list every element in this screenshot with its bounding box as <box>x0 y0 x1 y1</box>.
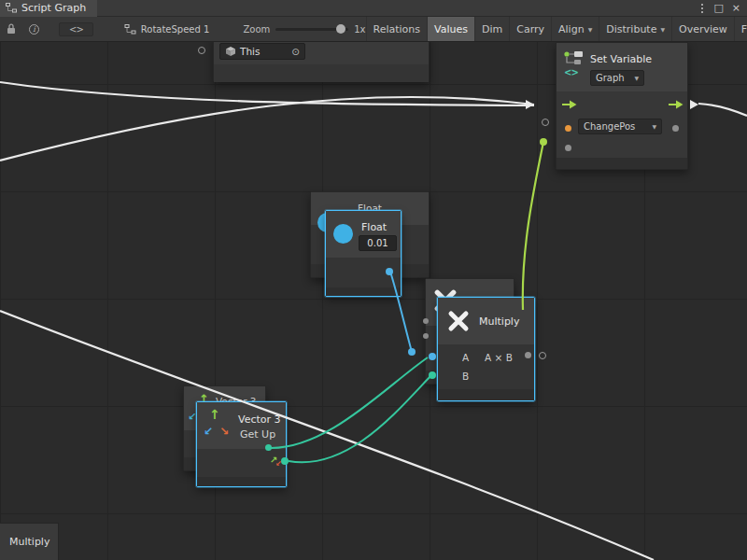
info-icon: i <box>29 24 39 35</box>
graph-name: RotateSpeed 1 <box>141 24 210 35</box>
this-field-value: This <box>240 46 260 57</box>
float-icon <box>333 224 353 244</box>
tab-script-graph[interactable]: Script Graph <box>0 0 97 17</box>
control-wire-arrowhead-out <box>690 100 698 109</box>
lock-button[interactable] <box>0 17 22 42</box>
object-picker-icon[interactable]: ⊙ <box>291 46 300 57</box>
zoom-label: Zoom <box>243 24 270 35</box>
graph-title-label: Multiply <box>9 536 49 548</box>
wire-vector3-to-multiply-b <box>289 376 430 462</box>
script-graph-icon <box>6 3 17 13</box>
zoom-value: 1x <box>354 24 365 35</box>
wire-control-2 <box>0 82 534 105</box>
variable-name-port[interactable] <box>565 125 571 132</box>
maximize-icon[interactable]: □ <box>713 2 723 14</box>
breadcrumb-graph[interactable]: RotateSpeed 1 <box>100 24 218 35</box>
wire-control-out <box>698 104 747 116</box>
variable-code-icon: <> <box>564 68 578 77</box>
close-icon[interactable]: × <box>732 2 740 14</box>
set-variable-title: Set Variable <box>590 53 652 65</box>
info-button[interactable]: i <box>22 17 46 42</box>
node-multiply[interactable]: Multiply A A × B B <box>437 297 535 401</box>
set-variable-footer <box>557 158 687 169</box>
multiply-port-a-label: A <box>462 352 469 363</box>
window-titlebar: Script Graph □ × <box>0 0 747 17</box>
cube-icon <box>225 46 236 57</box>
control-in-arrow-icon[interactable] <box>562 100 577 109</box>
node-float[interactable]: Float 0.01 <box>325 210 402 297</box>
vector3-subtitle: Get Up <box>240 428 275 441</box>
graph-canvas[interactable]: This ⊙ Float Float 0.01 <box>0 42 747 560</box>
blue-wire-endpoint[interactable] <box>408 348 416 356</box>
multiply-port-b-label: B <box>462 371 469 382</box>
vector3-x-axis-icon: ↙ <box>204 426 213 437</box>
overview-button[interactable]: Overview <box>671 17 734 42</box>
wire-control-diagonal <box>0 311 654 560</box>
set-variable-value-connection[interactable] <box>540 138 547 146</box>
vector3-ghost-axis-icon: ↙ <box>188 412 196 422</box>
variable-scope-dropdown[interactable]: Graph▼ <box>590 70 644 86</box>
multiply-icon <box>447 310 470 332</box>
lock-icon <box>7 23 16 35</box>
tab-title: Script Graph <box>21 2 86 14</box>
align-dropdown-button[interactable]: Align▼ <box>551 17 599 42</box>
float-value-input[interactable]: 0.01 <box>359 235 397 251</box>
multiply-output-label: A × B <box>485 352 513 363</box>
vector3-output-axes-icon-2: ↙ <box>275 460 282 468</box>
carry-button[interactable]: Carry <box>509 17 551 42</box>
wire-vector3-to-multiply-a <box>269 357 428 448</box>
graph-asset-icon <box>124 24 136 35</box>
vector3-title: Vector 3 <box>238 413 281 426</box>
zoom-slider[interactable] <box>275 28 348 31</box>
set-variable-left-port[interactable] <box>542 119 549 126</box>
control-wire-arrowhead-in <box>526 100 534 109</box>
window-menu-icon[interactable] <box>699 2 705 15</box>
unity-script-graph-window: Script Graph □ × i <> RotateSp <box>0 0 747 560</box>
zoom-slider-thumb[interactable] <box>336 24 345 34</box>
variable-value-port[interactable] <box>565 145 571 151</box>
this-node-input-port[interactable] <box>198 47 205 54</box>
node-this[interactable]: This ⊙ <box>213 42 430 82</box>
vector3-up-arrow-icon: ↑ <box>209 408 220 421</box>
dim-button[interactable]: Dim <box>474 17 509 42</box>
code-icon: <> <box>59 22 93 36</box>
multiply-output-ring[interactable] <box>539 352 546 359</box>
values-button[interactable]: Values <box>427 17 474 42</box>
toolbar-buttons: Relations Values Dim Carry Align▼ Distri… <box>366 17 747 42</box>
vector3-z-axis-icon: ↘ <box>219 426 229 437</box>
distribute-dropdown-button[interactable]: Distribute▼ <box>599 17 671 42</box>
variable-output-port[interactable] <box>672 125 679 132</box>
node-vector3-get-up[interactable]: ↑ ↙ ↘ Vector 3 Get Up ↗ ↙ <box>196 401 287 487</box>
chevron-down-icon: ▼ <box>588 26 593 33</box>
multiply-title: Multiply <box>479 315 519 328</box>
control-out-arrow-icon[interactable] <box>669 100 684 109</box>
fullscreen-button[interactable]: Full Screen <box>734 17 747 42</box>
graph-title-overlay: Multiply <box>0 523 59 560</box>
wire-control-1 <box>0 97 534 161</box>
zoom-control: Zoom 1x <box>217 24 365 35</box>
set-variable-icon <box>563 50 584 65</box>
chevron-down-icon: ▼ <box>634 75 639 81</box>
vector3-footer <box>197 477 286 486</box>
chevron-down-icon: ▼ <box>660 26 665 33</box>
code-view-button[interactable]: <> <box>46 17 100 42</box>
float-title: Float <box>361 221 387 233</box>
graph-toolbar: i <> RotateSpeed 1 Zoom 1x Relations Val… <box>0 17 747 42</box>
multiply-footer <box>438 389 534 400</box>
variable-name-dropdown[interactable]: ChangePos▼ <box>578 119 662 134</box>
chevron-down-icon: ▼ <box>652 123 656 130</box>
relations-button[interactable]: Relations <box>366 17 428 42</box>
this-object-field[interactable]: This ⊙ <box>219 43 305 60</box>
this-node-body <box>214 64 429 82</box>
float-body <box>326 258 401 289</box>
node-set-variable[interactable]: <> Set Variable Graph▼ ChangePos▼ <box>556 42 688 170</box>
float-footer <box>326 287 401 296</box>
wire-value-lime <box>523 142 543 310</box>
window-controls: □ × <box>699 2 747 15</box>
